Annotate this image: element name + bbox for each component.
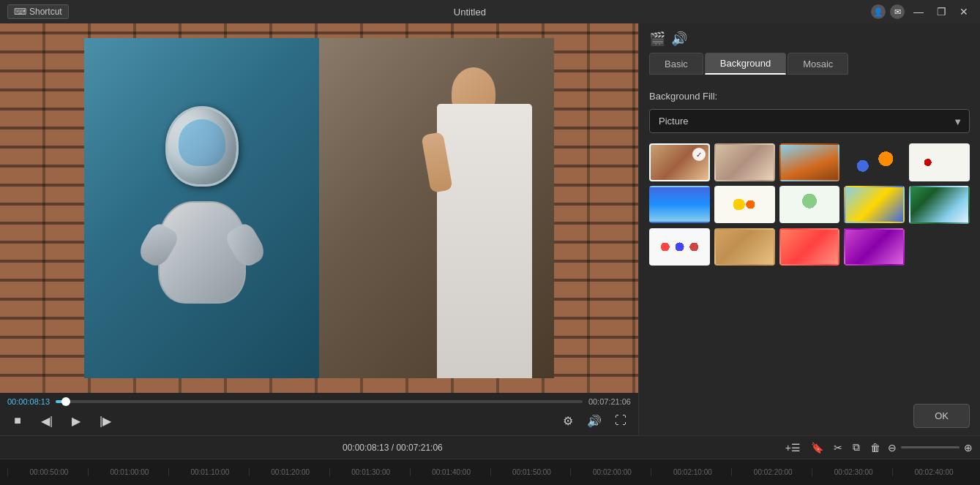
tl-marker-button[interactable]: 🔖 xyxy=(808,440,826,455)
settings-button[interactable]: ⚙ xyxy=(558,410,578,431)
step-forward-button[interactable]: |▶ xyxy=(95,410,116,431)
bg-thumb-11[interactable] xyxy=(649,228,710,266)
tab-background[interactable]: Background xyxy=(705,53,786,75)
person-area xyxy=(319,38,554,378)
ruler-marks: 00:00:50:00 00:01:00:00 00:01:10:00 00:0… xyxy=(7,468,973,476)
bg-thumb-14[interactable] xyxy=(844,228,905,266)
bg-fill-label: Background Fill: xyxy=(649,91,970,102)
timeline-ruler: 00:00:50:00 00:01:00:00 00:01:10:00 00:0… xyxy=(0,459,980,485)
bg-thumb-2[interactable] xyxy=(714,143,775,181)
tl-add-track-button[interactable]: +☰ xyxy=(782,440,804,455)
tl-zoom-in-button[interactable]: ⊕ xyxy=(964,442,973,454)
ruler-mark-9: 00:02:20:00 xyxy=(731,468,812,476)
tl-right: ⊖ ⊕ xyxy=(888,442,973,454)
tab-basic[interactable]: Basic xyxy=(649,53,703,75)
step-back-button[interactable]: ◀| xyxy=(37,410,57,431)
person-figure xyxy=(422,60,539,378)
progress-thumb xyxy=(61,397,70,406)
bg-thumb-9[interactable] xyxy=(844,186,905,224)
video-area: 00:00:08:13 00:07:21:06 ■ ◀| ▶ |▶ ⚙ 🔊 ⛶ xyxy=(0,23,639,435)
shortcut-button[interactable]: ⌨ Shortcut xyxy=(7,4,69,19)
controls-row: ■ ◀| ▶ |▶ ⚙ 🔊 ⛶ xyxy=(7,410,631,431)
minimize-button[interactable]: — xyxy=(909,4,928,19)
bg-thumb-5[interactable] xyxy=(909,143,970,181)
bg-thumb-10[interactable] xyxy=(909,186,970,224)
panel-header: 🎬 🔊 xyxy=(639,23,980,47)
playback-time-label: 00:00:08:13 / 00:07:21:06 xyxy=(7,443,778,453)
hand-right xyxy=(222,220,268,270)
ruler-mark-11: 00:02:40:00 xyxy=(892,468,973,476)
close-button[interactable]: ✕ xyxy=(955,4,973,19)
helmet xyxy=(165,106,239,187)
titlebar: ⌨ Shortcut Untitled 👤 ✉ — ❐ ✕ xyxy=(0,0,980,23)
bg-thumb-4[interactable] xyxy=(844,143,905,181)
astronaut-area xyxy=(84,38,319,378)
ruler-mark-10: 00:02:30:00 xyxy=(812,468,892,476)
ruler-mark-5: 00:01:40:00 xyxy=(410,468,490,476)
stop-button[interactable]: ■ xyxy=(7,410,28,431)
bg-thumb-12[interactable] xyxy=(714,228,775,266)
video-frame xyxy=(84,38,554,378)
tl-delete-button[interactable]: 🗑 xyxy=(867,440,883,455)
timeline-area: 00:00:08:13 / 00:07:21:06 +☰ 🔖 ✂ ⧉ 🗑 ⊖ ⊕… xyxy=(0,435,980,485)
panel-body: Background Fill: Picture Color Blur ▼ ✓ xyxy=(639,80,980,396)
panel-tabs: Basic Background Mosaic xyxy=(639,47,980,80)
shortcut-label: Shortcut xyxy=(29,7,62,17)
player-controls: 00:00:08:13 00:07:21:06 ■ ◀| ▶ |▶ ⚙ 🔊 ⛶ xyxy=(0,393,638,435)
ruler-mark-6: 00:01:50:00 xyxy=(490,468,571,476)
fullscreen-button[interactable]: ⛶ xyxy=(610,410,631,431)
tab-mosaic[interactable]: Mosaic xyxy=(788,53,848,75)
keyboard-icon: ⌨ xyxy=(14,7,26,17)
total-time-label: 00:07:21:06 xyxy=(588,397,631,406)
bg-fill-select[interactable]: Picture Color Blur xyxy=(649,109,970,133)
astronaut-figure xyxy=(84,38,319,378)
right-panel: 🎬 🔊 Basic Background Mosaic Background F… xyxy=(639,23,980,435)
mail-icon[interactable]: ✉ xyxy=(890,4,905,19)
bg-thumb-6[interactable] xyxy=(649,186,710,224)
ok-button[interactable]: OK xyxy=(913,404,970,428)
tl-split-button[interactable]: ⧉ xyxy=(850,440,863,455)
bg-thumb-8[interactable] xyxy=(779,186,840,224)
titlebar-right: 👤 ✉ — ❐ ✕ xyxy=(871,4,973,19)
ruler-mark-4: 00:01:30:00 xyxy=(329,468,410,476)
ruler-mark-2: 00:01:10:00 xyxy=(168,468,249,476)
audio-panel-icon[interactable]: 🔊 xyxy=(671,31,687,47)
hands xyxy=(143,225,261,269)
ok-btn-container: OK xyxy=(639,396,980,435)
user-avatar[interactable]: 👤 xyxy=(871,4,886,19)
video-content xyxy=(84,38,554,378)
play-button[interactable]: ▶ xyxy=(66,410,86,431)
person-shirt xyxy=(437,104,532,378)
titlebar-left: ⌨ Shortcut xyxy=(7,4,69,19)
timeline-toolbar: 00:00:08:13 / 00:07:21:06 +☰ 🔖 ✂ ⧉ 🗑 ⊖ ⊕ xyxy=(0,436,980,459)
current-time-label: 00:00:08:13 xyxy=(7,397,50,406)
bg-thumb-1[interactable]: ✓ xyxy=(649,143,710,181)
progress-track[interactable] xyxy=(56,400,583,403)
video-panel-icon[interactable]: 🎬 xyxy=(649,31,665,47)
ruler-mark-7: 00:02:00:00 xyxy=(570,468,651,476)
bg-fill-select-wrapper: Picture Color Blur ▼ xyxy=(649,109,970,143)
video-container xyxy=(0,23,638,393)
ruler-mark-0: 00:00:50:00 xyxy=(7,468,88,476)
ruler-mark-1: 00:01:00:00 xyxy=(88,468,168,476)
window-title: Untitled xyxy=(454,7,486,18)
main-content: 00:00:08:13 00:07:21:06 ■ ◀| ▶ |▶ ⚙ 🔊 ⛶ xyxy=(0,23,980,435)
thumbnail-grid: ✓ xyxy=(649,143,970,266)
bg-thumb-7[interactable] xyxy=(714,186,775,224)
tl-cut-button[interactable]: ✂ xyxy=(831,440,845,455)
thumb-check-1: ✓ xyxy=(692,148,706,161)
right-controls: ⚙ 🔊 ⛶ xyxy=(558,410,631,431)
volume-button[interactable]: 🔊 xyxy=(584,410,605,431)
ruler-mark-8: 00:02:10:00 xyxy=(651,468,731,476)
bg-thumb-3[interactable] xyxy=(779,143,840,181)
titlebar-title: Untitled xyxy=(69,7,871,18)
ruler-mark-3: 00:01:20:00 xyxy=(249,468,329,476)
hand-left xyxy=(135,220,180,270)
maximize-button[interactable]: ❐ xyxy=(932,4,951,19)
bg-thumb-13[interactable] xyxy=(779,228,840,266)
progress-bar-row: 00:00:08:13 00:07:21:06 xyxy=(7,397,631,406)
tl-zoom-slider[interactable] xyxy=(901,446,960,448)
tl-zoom-out-button[interactable]: ⊖ xyxy=(888,442,897,454)
